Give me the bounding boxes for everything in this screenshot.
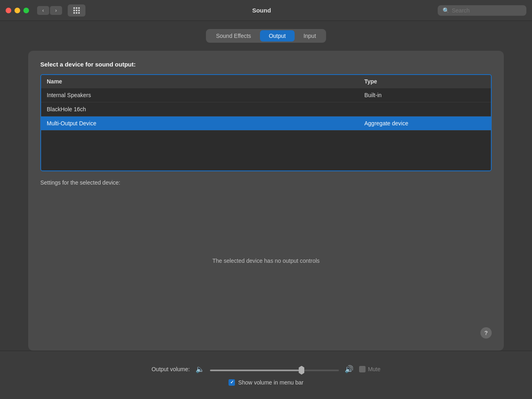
window-title: Sound	[89, 7, 434, 14]
table-empty-area	[41, 130, 491, 170]
mute-checkbox[interactable]	[359, 366, 366, 372]
show-volume-label: Show volume in menu bar	[238, 379, 303, 386]
volume-row: Output volume: 🔈 🔊 Mute	[152, 365, 380, 374]
table-header: Name Type	[41, 75, 491, 88]
maximize-button[interactable]	[23, 8, 29, 13]
grid-button[interactable]	[68, 4, 85, 17]
bottom-bar: Output volume: 🔈 🔊 Mute Show volume in m…	[0, 351, 532, 399]
tab-output[interactable]: Output	[260, 30, 295, 42]
svg-rect-6	[73, 12, 75, 14]
output-panel: Select a device for sound output: Name T…	[28, 51, 504, 351]
device-name: Multi-Output Device	[47, 120, 364, 127]
col-header-name: Name	[47, 78, 364, 85]
close-button[interactable]	[6, 8, 11, 13]
device-name: Internal Speakers	[47, 92, 364, 98]
panel-heading: Select a device for sound output:	[40, 61, 492, 68]
device-name: BlackHole 16ch	[47, 106, 364, 112]
svg-rect-4	[76, 10, 77, 11]
svg-rect-0	[73, 7, 75, 9]
volume-slider[interactable]	[210, 370, 339, 371]
table-row[interactable]: BlackHole 16ch	[41, 102, 491, 116]
tab-input[interactable]: Input	[295, 30, 325, 42]
device-table: Name Type Internal Speakers Built-in Bla…	[40, 74, 492, 171]
svg-rect-3	[73, 10, 75, 11]
search-bar[interactable]: 🔍	[438, 5, 526, 16]
search-input[interactable]	[452, 7, 520, 14]
forward-button[interactable]: ›	[50, 6, 62, 15]
tab-sound-effects[interactable]: Sound Effects	[207, 30, 260, 42]
main-content: Sound Effects Output Input Select a devi…	[0, 21, 532, 351]
svg-rect-5	[78, 10, 80, 11]
output-volume-label: Output volume:	[152, 366, 190, 372]
svg-rect-1	[76, 7, 77, 9]
help-btn-container: ?	[40, 327, 492, 343]
col-header-type: Type	[364, 78, 485, 85]
menu-bar-row: Show volume in menu bar	[229, 379, 303, 386]
traffic-lights	[6, 8, 29, 13]
svg-rect-2	[78, 7, 80, 9]
svg-rect-7	[76, 12, 77, 14]
no-controls-message: The selected device has no output contro…	[40, 194, 492, 327]
mute-label: Mute	[368, 366, 380, 372]
back-button[interactable]: ‹	[37, 6, 49, 15]
table-row-selected[interactable]: Multi-Output Device Aggregate device	[41, 116, 491, 130]
device-type: Built-in	[364, 92, 485, 98]
mute-container: Mute	[359, 366, 380, 372]
volume-high-icon: 🔊	[345, 365, 353, 374]
settings-label: Settings for the selected device:	[40, 179, 492, 186]
device-type: Aggregate device	[364, 120, 485, 127]
search-icon: 🔍	[443, 7, 449, 14]
tabs-container: Sound Effects Output Input	[206, 29, 326, 43]
device-type	[364, 106, 485, 112]
volume-slider-container	[210, 366, 339, 373]
table-row[interactable]: Internal Speakers Built-in	[41, 88, 491, 102]
volume-low-icon: 🔈	[195, 365, 204, 374]
nav-buttons: ‹ ›	[37, 6, 62, 15]
svg-rect-8	[78, 12, 80, 14]
help-button[interactable]: ?	[480, 327, 492, 339]
show-volume-checkbox[interactable]	[229, 379, 235, 386]
minimize-button[interactable]	[15, 8, 20, 13]
grid-icon	[73, 7, 80, 14]
titlebar: ‹ › Sound 🔍	[0, 0, 532, 21]
